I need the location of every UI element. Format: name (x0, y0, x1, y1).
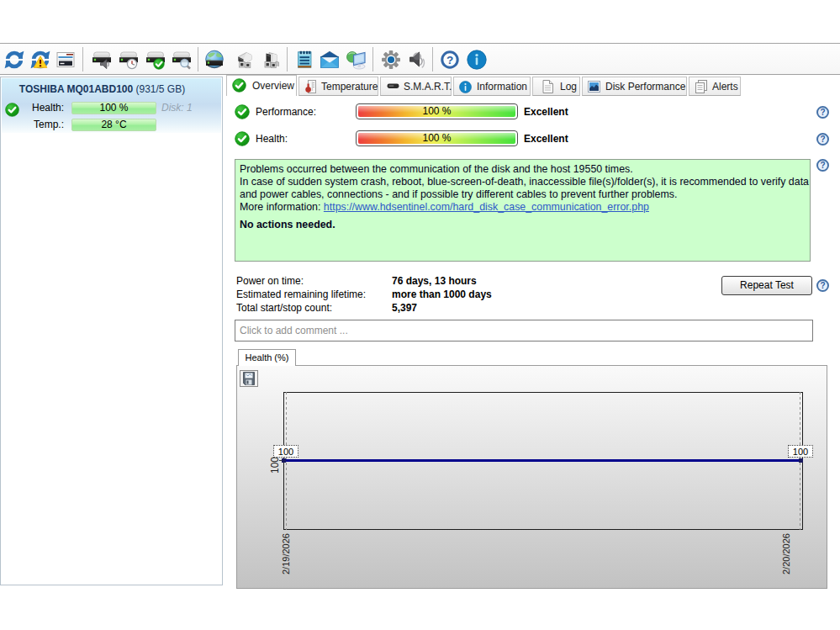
svg-text:?: ? (446, 54, 453, 66)
